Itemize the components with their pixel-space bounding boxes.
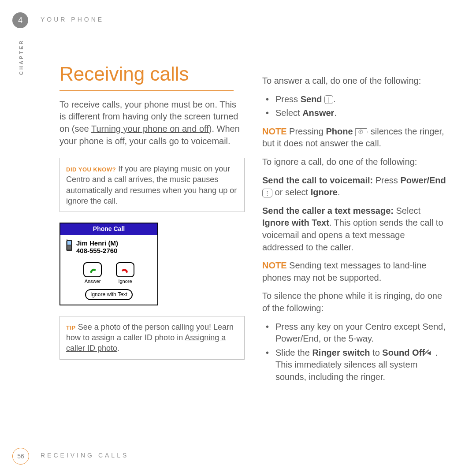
send-bold: Send (301, 94, 322, 104)
silence-options-list: Press any key on your Centro except Send… (262, 321, 447, 383)
phone-dialog-title: Phone Call (60, 223, 157, 234)
right-column: To answer a call, do one of the followin… (262, 61, 447, 387)
note-phone-key: NOTE Pressing Phone ✆ silences the ringe… (262, 126, 447, 150)
silence-intro: To silence the phone while it is ringing… (262, 290, 447, 314)
intro-paragraph: To receive calls, your phone must be on.… (60, 99, 245, 147)
svg-rect-1 (67, 241, 71, 245)
content-columns: Receiving calls To receive calls, your p… (60, 61, 447, 387)
t: Pressing (287, 126, 326, 136)
did-you-know-label: DID YOU KNOW? (66, 166, 116, 173)
list-item: Slide the Ringer switch to Sound Off . T… (262, 347, 447, 383)
send-key-icon: | (324, 95, 333, 104)
answer-label: Answer (81, 278, 104, 285)
t: or select (272, 187, 311, 197)
t: Press (275, 94, 301, 104)
chapter-side-label: CHAPTER (19, 39, 24, 75)
ringer-switch-bold: Ringer switch (312, 348, 370, 357)
left-column: Receiving calls To receive calls, your p… (60, 61, 245, 387)
voicemail-option: Send the call to voicemail: Press Power/… (262, 175, 447, 199)
chapter-number-badge: 4 (12, 12, 28, 28)
answer-intro: To answer a call, do one of the followin… (262, 75, 447, 87)
caller-row: Jim Henri (M) 408-555-2760 (64, 238, 154, 263)
tip-label: TIP (66, 324, 76, 331)
text-message-option: Send the caller a text message: Select I… (262, 205, 447, 253)
list-item: Press any key on your Centro except Send… (262, 321, 447, 345)
t: Slide the (275, 348, 312, 357)
sp (353, 126, 356, 136)
answer-bold: Answer (302, 108, 334, 118)
vm-bold: Send the call to voicemail: (262, 175, 373, 185)
ignore-bold: Ignore (311, 187, 338, 197)
svg-rect-2 (67, 245, 71, 249)
ignore-with-text-button[interactable]: Ignore with Text (85, 289, 133, 300)
ignoretext-bold: Ignore with Text (262, 218, 329, 227)
answer-button[interactable]: Answer (81, 262, 104, 285)
list-item: Select Answer. (262, 107, 447, 119)
t: . (338, 187, 340, 197)
list-item: Press Send |. (262, 93, 447, 106)
phone-dialog-body: Jim Henri (M) 408-555-2760 Answer (60, 235, 157, 305)
t: Press (373, 175, 400, 185)
note-label: NOTE (262, 260, 287, 270)
sound-off-icon (428, 350, 435, 356)
link-turning-phone-on-off[interactable]: Turning your phone on and off (91, 124, 209, 134)
ignore-label: Ignore (114, 278, 137, 285)
t: Select (275, 108, 302, 118)
tip-box: TIP See a photo of the person calling yo… (60, 316, 245, 360)
t: to (370, 348, 383, 357)
cellphone-icon (65, 239, 74, 253)
answer-icon (83, 262, 102, 277)
t: . (334, 108, 337, 118)
chapter-title: YOUR PHONE (41, 16, 104, 23)
t: . (333, 94, 336, 104)
phone-key-icon: ✆ (355, 128, 368, 136)
phone-bold: Phone (326, 126, 353, 136)
ignore-icon (116, 262, 134, 277)
caller-number: 408-555-2760 (76, 247, 118, 254)
powerend-bold: Power/End (400, 175, 446, 185)
sound-off-bold: Sound Off (382, 348, 425, 357)
tx-bold: Send the caller a text message: (262, 206, 394, 216)
phone-call-dialog: Phone Call Jim Henri (M) 408-555-2760 (60, 223, 158, 305)
power-end-key-icon: ⋮ (262, 189, 272, 197)
caller-name: Jim Henri (M) (76, 239, 118, 247)
note-landline: NOTE Sending text messages to land-line … (262, 260, 447, 284)
tip-text-b: . (117, 344, 119, 353)
answer-options-list: Press Send |. Select Answer. (262, 93, 447, 119)
did-you-know-box: DID YOU KNOW? If you are playing music o… (60, 158, 245, 212)
note-label: NOTE (262, 126, 287, 136)
page-number-badge: 56 (12, 448, 29, 465)
footer-section-title: RECEIVING CALLS (41, 452, 129, 459)
ignore-button[interactable]: Ignore (114, 262, 137, 285)
page-title: Receiving calls (60, 61, 234, 91)
ignore-intro: To ignore a call, do one of the followin… (262, 156, 447, 168)
t: Sending text messages to land-line phone… (262, 260, 426, 283)
t: Select (394, 206, 420, 216)
